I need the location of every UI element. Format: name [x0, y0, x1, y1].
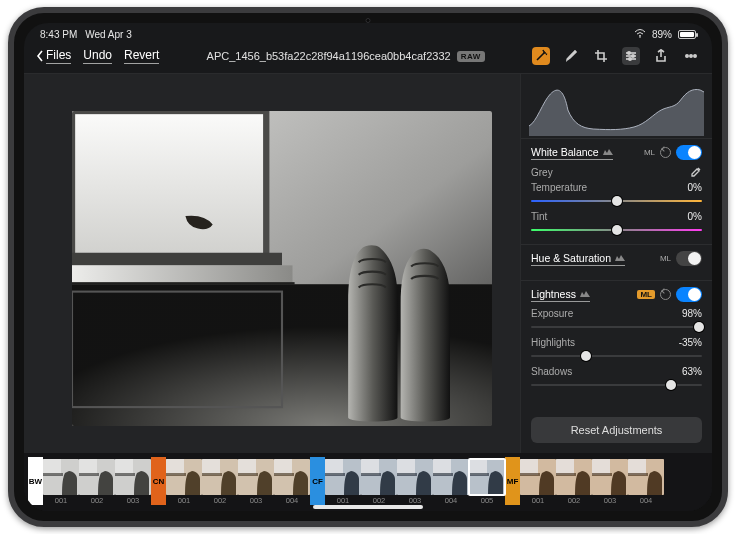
filmstrip-thumb-image	[433, 459, 469, 495]
reset-adjustments-button[interactable]: Reset Adjustments	[531, 417, 702, 443]
highlights-slider[interactable]	[531, 350, 702, 362]
svg-rect-47	[325, 459, 361, 495]
filmstrip-thumb-image	[520, 459, 556, 495]
lightness-title-text: Lightness	[531, 288, 576, 300]
wb-toggle[interactable]	[676, 145, 702, 160]
wb-revert-icon[interactable]	[660, 147, 671, 158]
filmstrip-thumb[interactable]: 001	[166, 459, 202, 505]
histogram-indicator-icon	[615, 254, 625, 261]
canvas-area[interactable]	[24, 74, 520, 453]
filmstrip-thumb-caption: 002	[568, 496, 581, 505]
filmstrip-thumb[interactable]: 001	[325, 459, 361, 505]
filmstrip-thumb[interactable]: 004	[433, 459, 469, 505]
lightness-section: Lightness ML Exposure 98%	[521, 280, 712, 399]
filmstrip-thumb[interactable]: 004	[628, 459, 664, 505]
main-area: White Balance ML Grey	[24, 74, 712, 453]
shadows-label: Shadows	[531, 366, 572, 377]
filmstrip-thumb[interactable]: 001	[520, 459, 556, 505]
top-toolbar: Files Undo Revert APC_1456_b53fa22c28f94…	[24, 41, 712, 74]
filmstrip-thumb[interactable]: 004	[274, 459, 310, 505]
lt-revert-icon[interactable]	[660, 289, 671, 300]
svg-rect-55	[397, 459, 433, 495]
histogram-indicator-icon	[603, 148, 613, 155]
ipad-frame: 8:43 PM Wed Apr 3 89% Files Undo	[8, 7, 728, 527]
filmstrip-thumb[interactable]: 002	[556, 459, 592, 505]
svg-rect-43	[274, 459, 310, 495]
ml-wand-button[interactable]	[532, 47, 550, 65]
wb-ml-badge[interactable]: ML	[644, 148, 655, 157]
crop-button[interactable]	[592, 47, 610, 65]
tint-slider[interactable]	[531, 224, 702, 236]
hs-ml-badge[interactable]: ML	[660, 254, 671, 263]
filmstrip-thumb-image	[469, 459, 505, 495]
tint-label: Tint	[531, 211, 547, 222]
temperature-slider[interactable]	[531, 195, 702, 207]
filmstrip-thumb-caption: 003	[604, 496, 617, 505]
wifi-icon	[634, 28, 646, 40]
filmstrip[interactable]: BW 001 002 003CN 001 002 003 004CF 001 0…	[24, 453, 712, 511]
exposure-slider[interactable]	[531, 321, 702, 333]
filmstrip-thumb[interactable]: 001	[43, 459, 79, 505]
svg-point-1	[628, 52, 631, 55]
svg-rect-67	[520, 459, 556, 495]
revert-button[interactable]: Revert	[124, 48, 159, 64]
shadows-value: 63%	[682, 366, 702, 377]
histogram-indicator-icon	[580, 290, 590, 297]
svg-point-3	[629, 58, 632, 61]
shadows-slider[interactable]	[531, 379, 702, 391]
grey-label: Grey	[531, 167, 553, 178]
svg-point-0	[639, 36, 641, 38]
filmstrip-group-label[interactable]: MF	[505, 457, 520, 505]
filmstrip-group-label[interactable]: CN	[151, 457, 166, 505]
filmstrip-thumb[interactable]: 003	[238, 459, 274, 505]
undo-button[interactable]: Undo	[83, 48, 112, 64]
temperature-value: 0%	[688, 182, 702, 193]
lightness-title[interactable]: Lightness	[531, 288, 590, 302]
temperature-label: Temperature	[531, 182, 587, 193]
highlights-value: -35%	[679, 337, 702, 348]
svg-rect-8	[72, 111, 266, 258]
document-title-text: APC_1456_b53fa22c28f94a1196cea0bb4caf233…	[207, 50, 451, 62]
filmstrip-thumb[interactable]: 002	[361, 459, 397, 505]
back-to-files-button[interactable]: Files	[36, 48, 71, 64]
svg-rect-27	[115, 459, 151, 495]
filmstrip-thumb-image	[628, 459, 664, 495]
more-button[interactable]	[682, 47, 700, 65]
hue-saturation-section: Hue & Saturation ML	[521, 244, 712, 280]
svg-point-5	[690, 55, 692, 57]
filmstrip-thumb-image	[202, 459, 238, 495]
lt-ml-badge[interactable]: ML	[637, 290, 655, 299]
hue-sat-title[interactable]: Hue & Saturation	[531, 252, 625, 266]
svg-rect-71	[556, 459, 592, 495]
filmstrip-thumb-caption: 001	[337, 496, 350, 505]
filmstrip-thumb-caption: 003	[409, 496, 422, 505]
adjustments-panel: White Balance ML Grey	[520, 74, 712, 453]
filmstrip-thumb[interactable]: 003	[397, 459, 433, 505]
filmstrip-thumb[interactable]: 005	[469, 459, 505, 505]
white-balance-title[interactable]: White Balance	[531, 146, 613, 160]
filmstrip-group-label[interactable]: BW	[28, 457, 43, 505]
svg-rect-51	[361, 459, 397, 495]
chevron-left-icon	[36, 50, 44, 62]
filmstrip-thumb[interactable]: 003	[592, 459, 628, 505]
filmstrip-group-label[interactable]: CF	[310, 457, 325, 505]
filmstrip-thumb[interactable]: 003	[115, 459, 151, 505]
eyedropper-icon[interactable]	[690, 166, 702, 178]
filmstrip-thumb[interactable]: 002	[79, 459, 115, 505]
filmstrip-thumb-caption: 004	[445, 496, 458, 505]
filmstrip-thumb-image	[115, 459, 151, 495]
hue-sat-title-text: Hue & Saturation	[531, 252, 611, 264]
filmstrip-thumb-image	[79, 459, 115, 495]
lt-toggle[interactable]	[676, 287, 702, 302]
adjustments-button[interactable]	[622, 47, 640, 65]
filmstrip-thumb-caption: 001	[178, 496, 191, 505]
raw-badge: RAW	[457, 51, 485, 62]
share-button[interactable]	[652, 47, 670, 65]
filmstrip-thumb-image	[238, 459, 274, 495]
white-balance-title-text: White Balance	[531, 146, 599, 158]
filmstrip-thumb[interactable]: 002	[202, 459, 238, 505]
brush-button[interactable]	[562, 47, 580, 65]
home-indicator[interactable]	[313, 505, 423, 509]
hs-toggle[interactable]	[676, 251, 702, 266]
svg-rect-19	[43, 459, 79, 495]
